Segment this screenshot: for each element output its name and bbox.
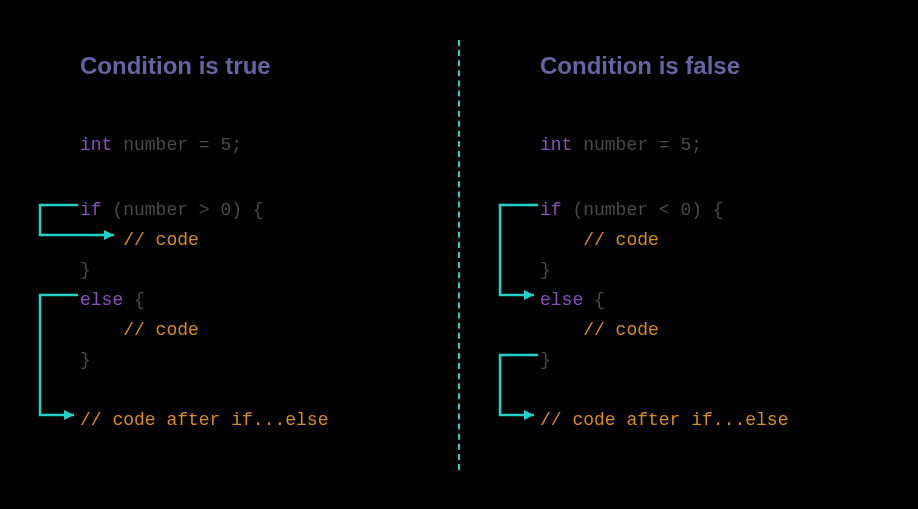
code-if-body-true: // code: [80, 225, 199, 255]
panel-title-false: Condition is false: [540, 52, 740, 80]
code-if-true: if (number > 0) {: [80, 195, 264, 225]
code-else-true: else {: [80, 285, 145, 315]
code-if-body-false: // code: [540, 225, 659, 255]
code-if-close-false: }: [540, 255, 551, 285]
panel-true: Condition is true int number = 5; if (nu…: [0, 0, 458, 509]
keyword-int: int: [540, 135, 572, 155]
svg-marker-1: [64, 410, 74, 420]
code-else-body-true: // code: [80, 315, 199, 345]
code-decl-false: int number = 5;: [540, 130, 702, 160]
code-if-close-true: }: [80, 255, 91, 285]
svg-marker-2: [524, 290, 534, 300]
ident-number: number: [112, 135, 198, 155]
panel-title-true: Condition is true: [80, 52, 271, 80]
code-after-true: // code after if...else: [80, 405, 328, 435]
code-else-close-true: }: [80, 345, 91, 375]
code-after-false: // code after if...else: [540, 405, 788, 435]
code-decl-true: int number = 5;: [80, 130, 242, 160]
code-else-body-false: // code: [540, 315, 659, 345]
code-if-false: if (number < 0) {: [540, 195, 724, 225]
keyword-int: int: [80, 135, 112, 155]
code-else-close-false: }: [540, 345, 551, 375]
panel-false: Condition is false int number = 5; if (n…: [460, 0, 918, 509]
svg-marker-3: [524, 410, 534, 420]
keyword-else: else: [80, 290, 123, 310]
ident-number: number: [572, 135, 658, 155]
keyword-if: if: [80, 200, 102, 220]
code-else-false: else {: [540, 285, 605, 315]
keyword-else: else: [540, 290, 583, 310]
keyword-if: if: [540, 200, 562, 220]
